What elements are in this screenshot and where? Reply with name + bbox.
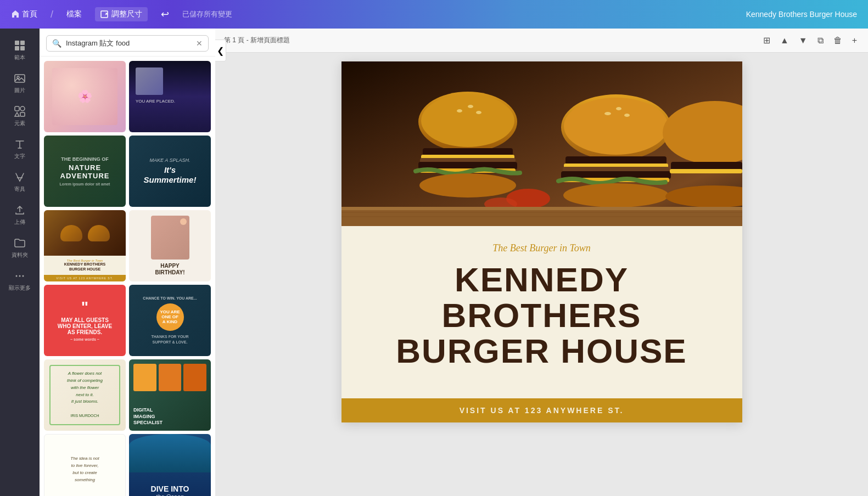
canvas-hero-image xyxy=(341,61,742,226)
toolbar-brand-label: 寄具 xyxy=(14,185,25,193)
toolbar-text-label: 文字 xyxy=(14,153,25,160)
resize-button[interactable]: 調整尺寸 xyxy=(95,7,148,21)
svg-point-13 xyxy=(23,275,24,277)
svg-point-31 xyxy=(616,107,621,110)
toolbar-template[interactable]: 範本 xyxy=(3,35,36,66)
canvas-text-section: The Best Burger in Town KENNEDY BROTHERS… xyxy=(341,226,742,398)
svg-rect-7 xyxy=(15,106,19,111)
svg-rect-3 xyxy=(15,46,19,50)
page-down-icon[interactable]: ▼ xyxy=(797,33,810,48)
canvas-toolbar-right: ⊞ ▲ ▼ ⧉ 🗑 + xyxy=(761,33,859,48)
canvas-address-text: VISIT US AT 123 ANYWHERE ST. xyxy=(363,406,720,415)
home-label: 首頁 xyxy=(22,9,37,19)
undo-button[interactable]: ↩ xyxy=(161,8,169,20)
collapse-icon: ❮ xyxy=(217,46,224,56)
add-icon[interactable]: + xyxy=(850,33,859,48)
svg-point-17 xyxy=(457,109,462,112)
add-page-icon[interactable]: ⊞ xyxy=(761,33,772,48)
clear-search-icon[interactable]: ✕ xyxy=(196,39,203,48)
toolbar-upload[interactable]: 上傳 xyxy=(3,200,36,230)
toolbar-folder[interactable]: 資料夾 xyxy=(3,233,36,263)
left-toolbar: 範本 圖片 元素 文字 寄具 上 xyxy=(0,29,40,496)
page-label: 第 1 頁 - 新增頁面標題 xyxy=(224,36,290,45)
template-item[interactable]: The Best Burger in Town KENNEDY BROTHERS… xyxy=(44,210,126,281)
template-item[interactable]: " MAY ALL GUESTSWHO ENTER, LEAVEAS FRIEN… xyxy=(44,285,126,356)
svg-marker-9 xyxy=(15,112,19,116)
top-navigation: 首頁 / 檔案 調整尺寸 ↩ 已儲存所有變更 Kennedy Brothers … xyxy=(0,0,868,29)
template-item[interactable]: The idea is notto live forever,but to cr… xyxy=(44,434,126,496)
page-up-icon[interactable]: ▲ xyxy=(778,33,791,48)
svg-rect-1 xyxy=(15,41,19,45)
template-item[interactable]: THE BEGINNING OF NATURE ADVENTURE Lorem … xyxy=(44,136,126,207)
template-item[interactable]: A flower does notthink of competingwith … xyxy=(44,359,126,431)
search-icon: 🔍 xyxy=(52,39,61,48)
toolbar-more-label: 顯示更多 xyxy=(9,284,31,292)
document-title: Kennedy Brothers Burger House xyxy=(746,10,857,19)
toolbar-more[interactable]: 顯示更多 xyxy=(3,266,36,296)
file-menu[interactable]: 檔案 xyxy=(66,9,82,19)
svg-point-16 xyxy=(421,94,514,147)
title-line1: KENNEDY xyxy=(455,261,629,298)
toolbar-template-label: 範本 xyxy=(14,54,25,61)
svg-point-11 xyxy=(16,275,18,277)
svg-point-38 xyxy=(563,183,669,207)
canvas-subtitle: The Best Burger in Town xyxy=(363,243,720,254)
svg-point-18 xyxy=(468,105,473,108)
canvas-toolbar: 第 1 頁 - 新增頁面標題 ⊞ ▲ ▼ ⧉ 🗑 + xyxy=(215,29,868,53)
toolbar-text[interactable]: 文字 xyxy=(3,134,36,165)
template-item[interactable]: DIVE INTO the Ocean xyxy=(129,434,211,496)
svg-point-12 xyxy=(19,275,21,277)
svg-point-29 xyxy=(564,98,668,155)
svg-point-8 xyxy=(20,106,25,111)
collapse-sidebar-button[interactable]: ❮ xyxy=(215,40,226,61)
template-item[interactable]: HAPPYBIRTHDAY! xyxy=(129,210,211,281)
svg-rect-10 xyxy=(20,112,25,116)
template-item[interactable]: 🌸 xyxy=(44,61,126,132)
toolbar-element[interactable]: 元素 xyxy=(3,101,36,132)
svg-point-25 xyxy=(419,173,516,198)
template-item[interactable]: DIGITALIMAGINGSPECIALIST xyxy=(129,359,211,431)
svg-point-32 xyxy=(624,114,630,117)
toolbar-upload-label: 上傳 xyxy=(14,218,25,226)
template-item[interactable]: MAKE A SPLASH. It'sSummertime! xyxy=(129,136,211,207)
toolbar-photo[interactable]: 圖片 xyxy=(3,68,36,99)
canvas-area: 第 1 頁 - 新增頁面標題 ⊞ ▲ ▼ ⧉ 🗑 + xyxy=(215,29,868,496)
svg-point-19 xyxy=(476,111,481,114)
copy-page-icon[interactable]: ⧉ xyxy=(815,33,826,48)
svg-rect-4 xyxy=(20,46,25,50)
template-item[interactable]: CHANCE TO WIN. YOU ARE... YOU AREONE OFA… xyxy=(129,285,211,356)
delete-page-icon[interactable]: 🗑 xyxy=(831,33,844,48)
svg-rect-44 xyxy=(341,207,742,210)
svg-rect-41 xyxy=(670,169,742,173)
svg-point-30 xyxy=(604,112,611,115)
svg-rect-2 xyxy=(20,41,25,45)
toolbar-photo-label: 圖片 xyxy=(14,87,25,94)
svg-rect-5 xyxy=(15,75,25,82)
svg-rect-0 xyxy=(101,11,108,18)
toolbar-brand[interactable]: 寄具 xyxy=(3,167,36,198)
saved-status: 已儲存所有變更 xyxy=(182,9,232,19)
svg-rect-43 xyxy=(341,208,742,226)
resize-label: 調整尺寸 xyxy=(111,9,142,19)
template-item[interactable]: YOU ARE PLACED. xyxy=(129,61,211,132)
toolbar-element-label: 元素 xyxy=(14,120,25,127)
title-line3: BURGER HOUSE xyxy=(396,332,687,370)
canvas-address-bar: VISIT US AT 123 ANYWHERE ST. xyxy=(341,398,742,422)
sidebar-panel: 🔍 ✕ 🌸 YOU ARE PLACED. THE BEGINNING OF N… xyxy=(40,29,215,496)
search-input-wrap[interactable]: 🔍 ✕ xyxy=(46,35,209,52)
title-line2: BROTHERS xyxy=(442,296,642,334)
nav-divider: / xyxy=(51,9,53,20)
design-canvas[interactable]: The Best Burger in Town KENNEDY BROTHERS… xyxy=(341,61,742,422)
search-input[interactable] xyxy=(66,40,192,48)
home-button[interactable]: 首頁 xyxy=(11,9,37,19)
toolbar-folder-label: 資料夾 xyxy=(12,251,28,259)
canvas-main-title: KENNEDY BROTHERS BURGER HOUSE xyxy=(363,262,720,369)
search-area: 🔍 ✕ xyxy=(40,29,215,57)
template-grid: 🌸 YOU ARE PLACED. THE BEGINNING OF NATUR… xyxy=(40,57,215,496)
